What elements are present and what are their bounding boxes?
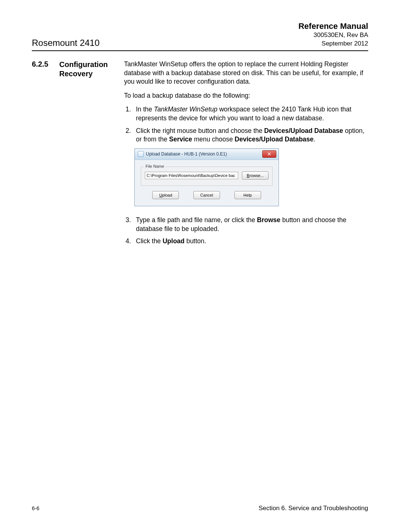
t: Type a file path and file name, or click… bbox=[136, 216, 257, 224]
t: menu choose bbox=[192, 135, 235, 143]
dialog-screenshot: Upload Database - HUB-1 (Version 0.E1) ✕… bbox=[134, 148, 368, 206]
footer-section: Section 6. Service and Troubleshooting bbox=[259, 505, 368, 512]
t: pload bbox=[162, 193, 172, 197]
b: Devices/Upload Database bbox=[264, 127, 343, 134]
doc-date: September 2012 bbox=[299, 40, 368, 48]
dialog-body: File Name Browse... Upload Cancel Help bbox=[135, 160, 279, 206]
app-icon bbox=[138, 151, 144, 157]
b: Browse bbox=[257, 216, 280, 224]
b: Upload bbox=[163, 237, 184, 245]
file-name-fieldset: File Name Browse... bbox=[141, 167, 273, 186]
file-path-input[interactable] bbox=[145, 172, 238, 179]
ul: U bbox=[159, 193, 162, 197]
step-num: 1. bbox=[126, 105, 131, 114]
dialog-title-text: Upload Database - HUB-1 (Version 0.E1) bbox=[146, 151, 227, 157]
step-text: In the TankMaster WinSetup workspace sel… bbox=[136, 106, 351, 122]
step-num: 2. bbox=[126, 127, 131, 135]
step-4: 4. Click the Upload button. bbox=[134, 237, 368, 246]
dialog-titlebar: Upload Database - HUB-1 (Version 0.E1) ✕ bbox=[135, 149, 279, 160]
t: . bbox=[314, 135, 316, 143]
upload-database-dialog: Upload Database - HUB-1 (Version 0.E1) ✕… bbox=[134, 148, 279, 206]
section-body: TankMaster WinSetup offers the option to… bbox=[124, 60, 368, 250]
step-text: Click the Upload button. bbox=[136, 237, 206, 245]
close-icon: ✕ bbox=[267, 151, 271, 157]
step-3: 3. Type a file path and file name, or cl… bbox=[134, 216, 368, 233]
upload-button[interactable]: Upload bbox=[152, 191, 179, 199]
doc-number: 300530EN, Rev BA bbox=[299, 31, 368, 40]
help-button[interactable]: Help bbox=[234, 191, 261, 199]
lead-paragraph: To load a backup database do the followi… bbox=[124, 91, 368, 100]
step-1: 1. In the TankMaster WinSetup workspace … bbox=[134, 105, 368, 123]
b: Devices/Upload Database bbox=[235, 135, 314, 143]
step-text: Click the right mouse button and choose … bbox=[136, 127, 364, 143]
em: TankMaster WinSetup bbox=[154, 106, 217, 113]
intro-paragraph: TankMaster WinSetup offers the option to… bbox=[124, 60, 368, 86]
doc-meta: Reference Manual 300530EN, Rev BA Septem… bbox=[299, 21, 368, 48]
t: rowse... bbox=[249, 173, 264, 178]
section-number: 6.2.5 bbox=[32, 60, 52, 250]
step-num: 3. bbox=[126, 216, 131, 225]
section-title: Configuration Recovery bbox=[59, 60, 117, 250]
close-button[interactable]: ✕ bbox=[262, 150, 276, 158]
t: In the bbox=[136, 106, 154, 113]
dialog-button-row: Upload Cancel Help bbox=[141, 186, 273, 201]
b: Service bbox=[169, 135, 192, 143]
page-footer: 6-6 Section 6. Service and Troubleshooti… bbox=[32, 505, 368, 512]
steps-list: 1. In the TankMaster WinSetup workspace … bbox=[124, 105, 368, 144]
steps-list-continued: 3. Type a file path and file name, or cl… bbox=[124, 216, 368, 246]
product-name: Rosemount 2410 bbox=[32, 38, 100, 48]
page-number: 6-6 bbox=[32, 505, 39, 511]
content: 6.2.5 Configuration Recovery TankMaster … bbox=[32, 60, 368, 250]
t: button. bbox=[184, 237, 206, 245]
browse-button[interactable]: Browse... bbox=[242, 171, 269, 180]
step-num: 4. bbox=[126, 237, 131, 246]
reference-manual-title: Reference Manual bbox=[299, 21, 368, 31]
page: Rosemount 2410 Reference Manual 300530EN… bbox=[0, 0, 400, 532]
t: Click the right mouse button and choose … bbox=[136, 127, 264, 134]
page-header: Rosemount 2410 Reference Manual 300530EN… bbox=[32, 21, 368, 51]
step-text: Type a file path and file name, or click… bbox=[136, 216, 346, 232]
cancel-button[interactable]: Cancel bbox=[193, 191, 220, 199]
t: Click the bbox=[136, 237, 163, 245]
step-2: 2. Click the right mouse button and choo… bbox=[134, 127, 368, 144]
file-name-legend: File Name bbox=[144, 164, 166, 169]
file-row: Browse... bbox=[145, 171, 269, 180]
